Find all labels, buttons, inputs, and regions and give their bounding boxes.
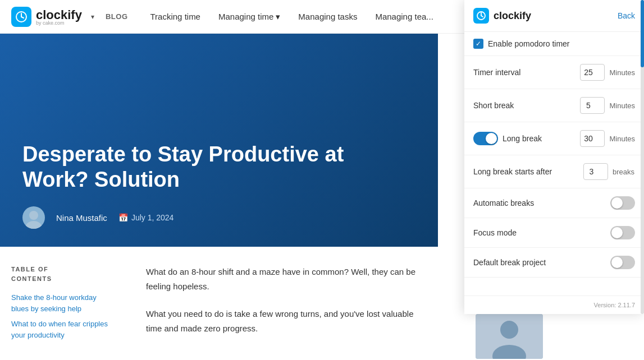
default-break-toggle[interactable]	[610, 256, 635, 269]
article-thumbnail	[476, 314, 543, 359]
timer-interval-label: Timer interval	[473, 68, 576, 77]
hero-meta: Nina Mustafic 📅 July 1, 2024	[22, 206, 415, 229]
popup-logo-icon	[473, 8, 489, 24]
focus-mode-toggle[interactable]	[610, 226, 635, 239]
dropdown-caret: ▾	[276, 12, 280, 22]
popup-logo-name: clockify	[494, 10, 531, 22]
svg-point-4	[26, 221, 42, 229]
pomodoro-checkbox[interactable]: ✓	[473, 39, 483, 49]
short-break-row: Short break Minutes	[464, 89, 644, 122]
long-break-toggle[interactable]	[473, 132, 498, 145]
automatic-breaks-label: Automatic breaks	[473, 199, 606, 207]
logo-caret[interactable]: ▾	[91, 13, 94, 21]
popup-content: ✓ Enable pomodoro timer Timer interval M…	[464, 32, 644, 296]
focus-mode-row: Focus mode	[464, 218, 644, 248]
toc-title: TABLE OFCONTENTS	[11, 265, 112, 283]
version-text: Version: 2.11.7	[594, 302, 635, 308]
back-button[interactable]: Back	[618, 11, 635, 20]
svg-point-6	[500, 321, 518, 339]
pomodoro-enable-row: ✓ Enable pomodoro timer	[464, 32, 644, 56]
default-break-knob	[611, 257, 623, 268]
short-break-label: Short break	[473, 101, 576, 110]
publish-date: July 1, 2024	[131, 213, 174, 222]
toggle-knob	[486, 133, 497, 144]
author-avatar	[22, 206, 45, 229]
default-break-label: Default break project	[473, 258, 606, 267]
popup-logo: clockify	[473, 8, 531, 24]
hero-title: Desperate to Stay Productive at Work? So…	[22, 142, 415, 193]
paragraph-2: What you need to do is take a few wrong …	[146, 307, 427, 335]
scrollbar[interactable]	[641, 0, 644, 314]
default-break-row: Default break project	[464, 248, 644, 278]
main-content: What do an 8-hour shift and a maze have …	[135, 247, 438, 360]
auto-break-knob	[611, 197, 623, 209]
nav-managing-tasks[interactable]: Managing tasks	[298, 12, 357, 21]
pomodoro-popup: clockify Back ✓ Enable pomodoro timer Ti…	[464, 0, 644, 314]
pomodoro-label: Enable pomodoro timer	[488, 39, 635, 48]
long-break-input[interactable]	[580, 130, 605, 147]
paragraph-1: What do an 8-hour shift and a maze have …	[146, 265, 427, 293]
logo-name: clockify	[36, 8, 82, 22]
automatic-breaks-toggle[interactable]	[610, 196, 635, 210]
blog-label: BLOG	[106, 12, 128, 21]
long-break-starts-unit: breaks	[613, 168, 635, 176]
timer-interval-row: Timer interval Minutes	[464, 56, 644, 89]
scrollbar-thumb	[641, 0, 644, 67]
hero-section: Desperate to Stay Productive at Work? So…	[0, 34, 438, 247]
calendar-icon: 📅	[118, 213, 128, 222]
toc-item-2[interactable]: What to do when fear cripples your produ…	[11, 319, 112, 340]
clockify-logo-icon	[11, 7, 31, 27]
hero-date: 📅 July 1, 2024	[118, 213, 174, 222]
focus-mode-knob	[611, 227, 623, 238]
long-break-starts-input[interactable]	[583, 163, 608, 180]
long-break-label: Long break	[503, 134, 576, 143]
long-break-starts-label: Long break starts after	[473, 167, 579, 176]
table-of-contents: TABLE OFCONTENTS Shake the 8-hour workda…	[0, 247, 124, 360]
long-break-starts-row: Long break starts after breaks	[464, 155, 644, 188]
nav-links: Tracking time Managing time ▾ Managing t…	[150, 12, 433, 22]
focus-mode-label: Focus mode	[473, 228, 606, 237]
nav-managing-time[interactable]: Managing time ▾	[218, 12, 280, 22]
automatic-breaks-row: Automatic breaks	[464, 188, 644, 218]
popup-header: clockify Back	[464, 0, 644, 32]
long-break-row: Long break Minutes	[464, 122, 644, 155]
timer-interval-input[interactable]	[580, 64, 605, 81]
short-break-unit: Minutes	[609, 101, 635, 110]
toc-item-1[interactable]: Shake the 8-hour workday blues by seekin…	[11, 292, 112, 314]
svg-line-2	[21, 17, 24, 18]
short-break-input[interactable]	[580, 97, 605, 114]
popup-footer: Version: 2.11.7	[464, 296, 644, 314]
timer-interval-unit: Minutes	[609, 68, 635, 77]
svg-point-3	[29, 211, 38, 220]
logo[interactable]: clockify by cake.com	[11, 7, 82, 27]
long-break-unit: Minutes	[609, 135, 635, 143]
nav-managing-teams[interactable]: Managing tea...	[375, 12, 433, 21]
author-name: Nina Mustafic	[56, 213, 107, 223]
svg-line-10	[481, 16, 483, 17]
nav-tracking-time[interactable]: Tracking time	[150, 12, 200, 21]
